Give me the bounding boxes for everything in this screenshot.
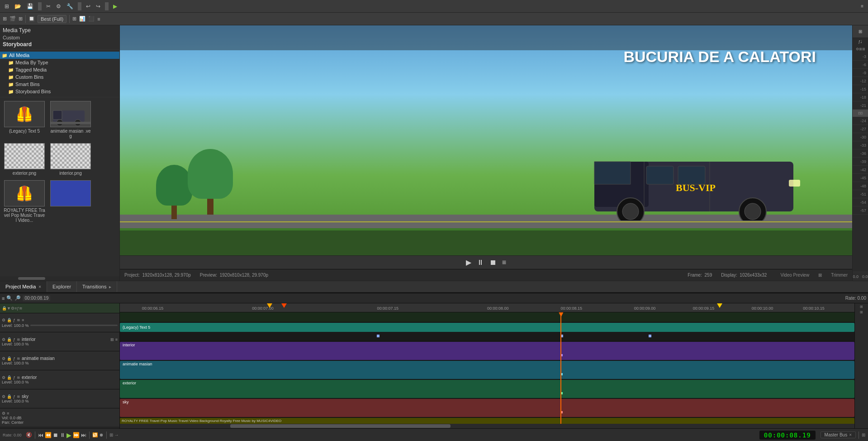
redo-btn[interactable]: ↪	[94, 2, 102, 10]
waveform-btn[interactable]: 📊	[79, 16, 85, 22]
tree-smart-bins[interactable]: 📁 Smart Bins	[0, 81, 119, 88]
open-btn[interactable]: 📂	[13, 2, 23, 10]
tree-storyboard-bins-label: Storyboard Bins	[15, 89, 51, 94]
tree-storyboard-bins[interactable]: 📁 Storyboard Bins	[0, 88, 119, 95]
tr-btn-2[interactable]: ⊞	[859, 310, 863, 315]
tree-media-by-type[interactable]: 📁 Media By Type	[0, 59, 119, 66]
folder-icon: 📁	[2, 53, 7, 58]
media-items-scroll[interactable]: 🦺 (Legacy) Text 5	[0, 97, 119, 276]
transport-settings-btn[interactable]: ⊞	[862, 432, 865, 437]
timeline-menu-btn[interactable]: ≡	[2, 296, 5, 301]
view-toggle-btn[interactable]: ⊞	[72, 16, 76, 22]
tab-project-media[interactable]: Project Media ×	[0, 281, 47, 292]
level-slider-1[interactable]	[30, 325, 118, 326]
track-body-2[interactable]: interior	[120, 341, 854, 360]
tab-explorer[interactable]: Explorer	[47, 281, 77, 292]
clip-animatie[interactable]: animatie masian	[120, 361, 854, 379]
cut-btn[interactable]: ✂	[44, 2, 52, 10]
trimmer-link[interactable]: Video Preview	[780, 273, 809, 278]
media-item-blue[interactable]	[48, 178, 93, 225]
transport-pause-btn[interactable]: ⏸	[60, 432, 65, 438]
th1-level: Level: 100.0 %	[2, 323, 118, 328]
render-quality-select[interactable]: Best (Full)	[38, 15, 66, 23]
timeline-zoom-in[interactable]: 🔎	[14, 295, 21, 301]
clip-exterior[interactable]: exterior	[120, 380, 854, 398]
left-panel: Media Type Custom Storyboard 📁 All Media…	[0, 25, 120, 281]
transport-prev-btn[interactable]: ⏪	[45, 432, 52, 438]
media-item-text5[interactable]: 🦺 (Legacy) Text 5	[2, 99, 47, 140]
track-header-5: ⚙🔒ƒ≋ sky Level: 100.0 %	[0, 389, 119, 408]
clip-text5[interactable]: (Legacy) Text 5	[120, 323, 854, 332]
timeline-ruler[interactable]: 00:00:06.15 00:00:07.00 00:00:07.15 00:0…	[120, 303, 854, 312]
tools-btn[interactable]: 🔧	[65, 2, 75, 10]
preview-main: BUCURIA DE A CALATORI	[120, 25, 852, 281]
snap-grid-btn[interactable]: ⊞	[109, 432, 113, 437]
ruler-label-1: 00:00:06.15	[142, 306, 164, 311]
vp-close[interactable]: ⊠	[818, 273, 822, 278]
ruler-label-9: 00:00:10.15	[803, 306, 825, 311]
timeline-hscroll[interactable]	[120, 424, 854, 428]
transport-play-btn[interactable]: ▶	[66, 431, 71, 439]
transport-rewind-btn[interactable]: ⏮	[38, 432, 43, 438]
zoom-in-btn[interactable]: ⊞	[3, 16, 7, 22]
track-body-3[interactable]: animatie masian	[120, 360, 854, 379]
track-bodies-area: 00:00:06.15 00:00:07.00 00:00:07.15 00:0…	[120, 303, 854, 428]
clip-interior[interactable]: interior	[120, 342, 854, 360]
timeline-right-btns: ⊞ ⊞	[854, 303, 868, 428]
preview-value: 1920x810x128, 29.970p	[220, 273, 268, 278]
preview-menu-btn[interactable]: ≡	[502, 259, 506, 267]
th5-level: Level: 100.0 %	[2, 399, 118, 403]
tab-project-media-close[interactable]: ×	[38, 284, 41, 289]
preview-pause-btn[interactable]: ⏸	[477, 259, 484, 267]
ruler-label-8: 00:00:10.00	[752, 306, 773, 311]
snap-btn[interactable]: 🔲	[28, 16, 35, 22]
loop-btn[interactable]: 🔁	[92, 432, 98, 437]
track-body-1[interactable]: (Legacy) Text 5	[120, 322, 854, 341]
auto-scroll-btn[interactable]: →	[114, 432, 119, 437]
overlay-btn[interactable]: ≡	[97, 16, 100, 22]
transport-volume-btn[interactable]: 🔇	[26, 432, 32, 438]
track-body-5[interactable]: sky	[120, 398, 854, 417]
settings-btn[interactable]: ⚙	[54, 2, 63, 10]
tree-left2	[188, 149, 233, 215]
db-val-right: 0.0	[862, 274, 868, 279]
preview-toolbar: ⊞ 🎬 ⊞ 🔲 Best (Full) ⊞ 📊 ⬛ ≡	[0, 13, 868, 25]
undo-btn[interactable]: ↩	[84, 2, 92, 10]
preview-play-btn[interactable]: ▶	[466, 258, 471, 267]
media-item-interior[interactable]: interior.png	[48, 141, 93, 177]
preview-stop-btn[interactable]: ⏹	[489, 259, 497, 267]
save-btn[interactable]: 💾	[25, 2, 35, 10]
tr-btn-1[interactable]: ⊞	[859, 304, 863, 309]
track-body-4[interactable]: exterior	[120, 379, 854, 398]
media-hscroll[interactable]	[0, 276, 119, 281]
transport-end-btn[interactable]: ⏭	[81, 432, 86, 438]
new-btn[interactable]: ⊞	[3, 2, 11, 10]
tree-all-media[interactable]: 📁 All Media	[0, 52, 119, 59]
grid-btn[interactable]: ⊞	[19, 16, 23, 22]
clip-audio-label[interactable]: ROYALTY FREE Travel Pop Music Travel Vid…	[120, 418, 854, 424]
sep-tr4	[859, 431, 859, 439]
clip-sky[interactable]: sky	[120, 399, 854, 417]
transport-stop-btn[interactable]: ⏹	[53, 432, 58, 438]
track-body-6[interactable]: ROYALTY FREE Travel Pop Music Travel Vid…	[120, 417, 854, 424]
timeline-hscroll-thumb	[230, 424, 451, 428]
svg-rect-10	[678, 166, 705, 184]
tab-transitions[interactable]: Transitions ▸	[77, 281, 117, 292]
ruler-n-3: -3	[853, 53, 868, 61]
render-btn[interactable]: ▶	[111, 2, 119, 10]
transport-ff-btn[interactable]: ⏩	[73, 432, 80, 438]
app-menu[interactable]: ≡	[859, 3, 865, 10]
preview-settings-btn[interactable]: 🎬	[9, 16, 16, 22]
fullscreen-btn[interactable]: ⬛	[88, 16, 95, 22]
track-header-3: ⚙🔒ƒ≋ animatie masian Level: 100.0 %	[0, 351, 119, 370]
media-item-exterior[interactable]: exterior.png	[2, 141, 47, 177]
tree-custom-bins-label: Custom Bins	[15, 74, 43, 80]
media-item-van[interactable]: animatie masian .veg	[48, 99, 93, 140]
media-item-music[interactable]: 🦺 ROYALTY FREE Travel Pop Music Travel V…	[2, 178, 47, 225]
master-bus-close[interactable]: ×	[849, 432, 852, 437]
record-btn[interactable]: ⏺	[99, 432, 104, 437]
tree-tagged-media[interactable]: 📁 Tagged Media	[0, 66, 119, 73]
svg-point-12	[622, 203, 639, 220]
tree-custom-bins[interactable]: 📁 Custom Bins	[0, 73, 119, 81]
timeline-zoom-out[interactable]: 🔍	[6, 295, 13, 301]
